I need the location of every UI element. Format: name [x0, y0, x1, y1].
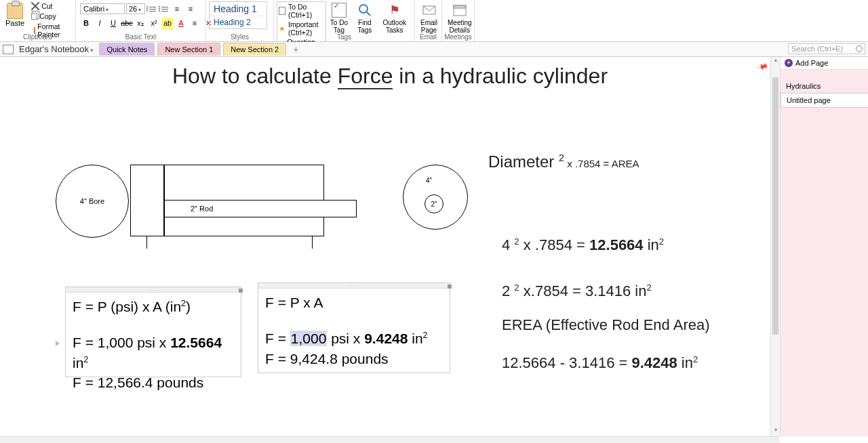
search-input[interactable]: Search (Ctrl+E) [788, 43, 865, 54]
bold-button[interactable]: B [80, 17, 92, 29]
strikethrough-button[interactable]: abc [121, 17, 133, 29]
font-color-button[interactable]: A [175, 17, 187, 29]
font-select[interactable]: Calibri [80, 3, 125, 14]
cut-label: Cut [41, 2, 52, 10]
title-post: in a hydraulic cylinder [393, 64, 608, 88]
vertical-scrollbar[interactable]: ▴ ▾ [770, 57, 780, 436]
checkbox-icon: ✓ [332, 3, 347, 18]
page-item-untitled[interactable]: Untitled page [781, 93, 868, 108]
subscript-button[interactable]: x₂ [134, 17, 146, 29]
add-page-button[interactable]: + Add Page [781, 57, 868, 70]
styles-gallery[interactable]: Heading 1 Heading 2 [209, 1, 267, 29]
cut-button[interactable]: Cut [30, 1, 73, 11]
copy-button[interactable]: Copy [30, 12, 73, 21]
font-size-select[interactable]: 26 [126, 3, 145, 14]
tag-todo[interactable]: To Do (Ctrl+1) [277, 2, 326, 20]
btn-label: Meeting Details [448, 19, 472, 34]
group-label: Clipboard [0, 33, 75, 41]
note-container-1[interactable]: .... F = P (psi) x A (in2) F = 1,000 psi… [65, 287, 241, 377]
flag-icon: ⚑ [387, 3, 402, 18]
rod-box: 2" Rod [164, 200, 357, 217]
group-label: Styles [206, 33, 273, 41]
calc-2inch: 2 2 x.7854 = 3.1416 in2 [502, 282, 652, 300]
txt: ) [186, 299, 191, 314]
note-content[interactable]: F = P x A F = 1,000 psi x 9.4248 in2 F =… [258, 289, 450, 373]
superscript-button[interactable]: x² [148, 17, 160, 29]
horizontal-scrollbar[interactable] [0, 436, 780, 443]
size-value: 26 [129, 5, 137, 13]
email-page-button[interactable]: Email Page [418, 1, 440, 35]
ribbon-group-clipboard: Paste Cut Copy Format Painter Clipboard [0, 0, 76, 41]
formula-line: F = P x A [265, 293, 443, 312]
txt: 2 [514, 282, 519, 293]
txt: 2 [502, 282, 514, 299]
note-grip[interactable]: .... [258, 283, 450, 289]
meeting-details-button[interactable]: Meeting Details [445, 1, 475, 35]
note-resize-handle[interactable] [239, 289, 243, 293]
txt: Diameter [488, 152, 559, 171]
group-label: Basic Text [76, 33, 205, 41]
title-pre: How to calculate [172, 64, 338, 88]
svg-rect-4 [454, 5, 466, 8]
ribbon-group-styles: Heading 1 Heading 2 Styles [206, 0, 274, 41]
txt: F = P (psi) x A (in [73, 299, 181, 314]
group-label: Meetings [442, 33, 474, 41]
title-force: Force [338, 64, 393, 89]
paragraph-handle-icon[interactable] [56, 341, 60, 346]
page-list-panel: + Add Page Hydraulics Untitled page [780, 57, 868, 436]
svg-point-0 [359, 5, 368, 13]
underline-button[interactable]: U [107, 17, 119, 29]
align-button[interactable]: ≡ [189, 17, 201, 29]
indent-button[interactable]: ≡ [184, 3, 197, 15]
txt: 2 [693, 354, 698, 364]
outlook-tasks-button[interactable]: ⚑Outlook Tasks [377, 1, 412, 35]
txt: in [73, 355, 83, 371]
note-resize-handle[interactable] [448, 284, 452, 289]
btn-label: Email Page [420, 19, 437, 34]
highlight-button[interactable]: ab [161, 17, 174, 29]
scissors-icon [31, 2, 39, 10]
note-container-2[interactable]: .... F = P x A F = 1,000 psi x 9.4248 in… [258, 282, 450, 373]
scroll-thumb[interactable] [772, 77, 778, 335]
txt: 12.5664 [170, 335, 222, 350]
scroll-down-arrow[interactable]: ▾ [771, 427, 780, 436]
txt: 2 [514, 236, 519, 247]
subtract-formula: 12.5664 - 3.1416 = 9.4248 in2 [502, 354, 698, 372]
page-title: How to calculate Force in a hydraulic cy… [172, 64, 608, 89]
outdent-button[interactable]: ≡ [171, 3, 183, 15]
page-item-hydraulics[interactable]: Hydraulics [781, 79, 868, 93]
txt: in [677, 354, 693, 371]
txt: in [408, 331, 422, 346]
bore-circle: 4" Bore [56, 165, 129, 238]
ribbon-group-meetings: Meeting Details Meetings [442, 0, 475, 41]
numbering-button[interactable] [159, 4, 170, 14]
inner-diameter-label: 2" [431, 201, 437, 208]
style-heading1[interactable]: Heading 1 [210, 2, 267, 16]
copy-label: Copy [39, 12, 56, 20]
formula-line: F = 12,566.4 pounds [73, 373, 234, 392]
scroll-up-arrow[interactable]: ▴ [771, 57, 780, 66]
note-content[interactable]: F = P (psi) x A (in2) F = 1,000 psi x 12… [66, 293, 241, 397]
style-heading2[interactable]: Heading 2 [210, 16, 267, 28]
add-section-button[interactable]: + [289, 44, 302, 55]
note-grip[interactable]: .... [66, 287, 241, 293]
txt: 12.5664 [589, 236, 644, 253]
svg-line-1 [367, 12, 370, 16]
todo-tag-button[interactable]: ✓To Do Tag [326, 1, 352, 35]
section-tab-quicknotes[interactable]: Quick Notes [99, 43, 155, 56]
paste-button[interactable]: Paste [3, 1, 27, 28]
bullets-button[interactable] [146, 4, 157, 14]
section-tab-newsection1[interactable]: New Section 1 [157, 43, 220, 56]
section-tab-newsection2[interactable]: New Section 2 [223, 43, 286, 56]
italic-button[interactable]: I [94, 17, 106, 29]
btn-label: Find Tags [355, 19, 374, 34]
tag-label: To Do (Ctrl+1) [288, 3, 324, 19]
notebook-dropdown[interactable]: Edgar's Notebook [16, 44, 96, 54]
btn-label: Outlook Tasks [380, 19, 409, 34]
group-label: Tags [274, 33, 414, 41]
formula-line: F = 1,000 psi x 9.4248 in2 [265, 329, 443, 348]
page-canvas[interactable]: 📌 How to calculate Force in a hydraulic … [0, 57, 780, 436]
ribbon-group-basictext: Calibri 26 ≡ ≡ B I U abc x₂ x² ab A ≡ ✕ … [76, 0, 206, 41]
txt: 2 [559, 152, 564, 163]
find-tags-button[interactable]: Find Tags [352, 1, 377, 35]
